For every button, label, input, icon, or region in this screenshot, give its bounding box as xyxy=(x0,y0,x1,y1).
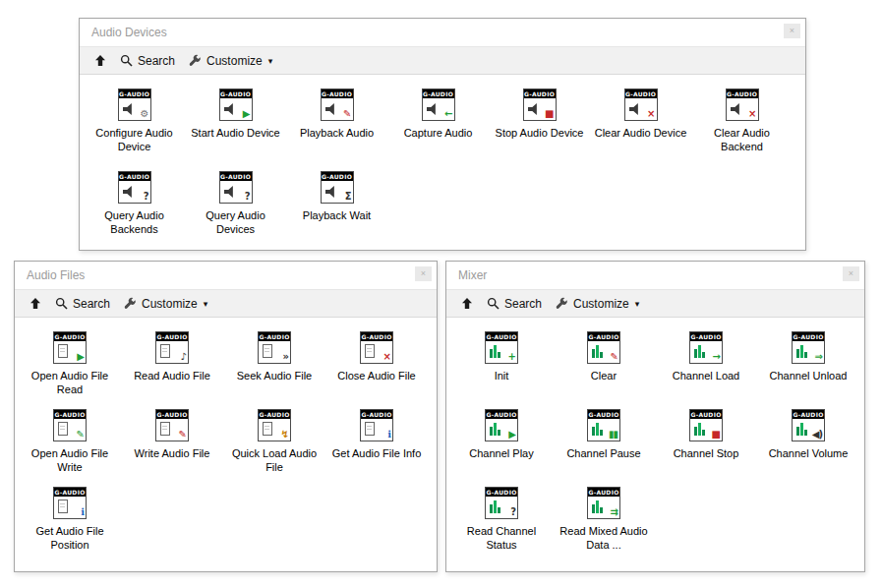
palette-item-label: Read Mixed Audio Data ... xyxy=(557,524,651,553)
toolbar: Search Customize ▾ xyxy=(80,46,805,75)
accent-glyph-icon: + xyxy=(508,352,515,362)
search-button[interactable]: Search xyxy=(113,51,182,71)
wrench-icon xyxy=(124,297,137,310)
palette-item[interactable]: G-AUDIO⇉Read Mixed Audio Data ... xyxy=(553,487,655,564)
accent-glyph-icon: × xyxy=(647,109,654,119)
g-audio-icon: G-AUDIO▮▮ xyxy=(587,409,620,441)
g-audio-icon: G-AUDIO⇒ xyxy=(792,331,825,364)
palette-item[interactable]: G-AUDIO▶Channel Play xyxy=(450,409,553,487)
g-audio-band-label: G-AUDIO xyxy=(156,332,188,341)
g-audio-icon: G-AUDIO→ xyxy=(689,331,723,364)
palette-item[interactable]: G-AUDIO×Clear Audio Device xyxy=(590,88,691,171)
palette-item[interactable]: G-AUDIO♪Read Audio File xyxy=(121,331,223,409)
g-audio-icon: G-AUDIO⚙ xyxy=(118,88,151,121)
customize-label: Customize xyxy=(573,297,629,311)
palette-item[interactable]: G-AUDIO◀)Channel Volume xyxy=(757,409,859,487)
g-audio-icon: G-AUDIO▶ xyxy=(485,409,518,441)
palette-item-label: Write Audio File xyxy=(135,446,210,460)
titlebar[interactable]: Mixer × xyxy=(446,262,864,289)
palette-item-label: Channel Pause xyxy=(566,446,640,460)
palette-item[interactable]: G-AUDIO▮▮Channel Pause xyxy=(553,409,655,487)
palette-item[interactable]: G-AUDIO✎Clear xyxy=(553,331,655,409)
g-audio-icon: G-AUDIO← xyxy=(422,88,455,121)
palette-item[interactable]: G-AUDIO?Query Audio Backends xyxy=(84,171,185,254)
g-audio-band-label: G-AUDIO xyxy=(588,410,619,419)
palette-item[interactable]: G-AUDIO?Read Channel Status xyxy=(450,487,553,564)
palette-item[interactable]: G-AUDIO✎Write Audio File xyxy=(121,409,223,487)
palette-item[interactable]: G-AUDIOℹGet Audio File Position xyxy=(19,487,121,564)
palette-item[interactable]: G-AUDIO×Clear Audio Backend xyxy=(691,88,793,171)
g-audio-icon: G-AUDIO▶ xyxy=(53,331,87,364)
search-button[interactable]: Search xyxy=(48,294,117,314)
palette-item[interactable]: G-AUDIO×Close Audio File xyxy=(325,331,428,409)
accent-glyph-icon: ▶ xyxy=(77,352,84,362)
accent-glyph-icon: ⇒ xyxy=(815,352,822,362)
palette-item[interactable]: G-AUDIO▶Start Audio Device xyxy=(185,88,286,171)
palette-item[interactable]: G-AUDIO←Capture Audio xyxy=(387,88,489,171)
g-audio-band-label: G-AUDIO xyxy=(119,89,150,98)
customize-label: Customize xyxy=(142,297,198,311)
g-audio-icon: G-AUDIO◀) xyxy=(792,409,825,441)
palette-item[interactable]: G-AUDIO↯Quick Load Audio File xyxy=(223,409,325,487)
palette-item[interactable]: G-AUDIO⇒Channel Unload xyxy=(757,331,859,409)
palette-item[interactable]: G-AUDIO?Query Audio Devices xyxy=(185,171,286,254)
speaker-base-icon xyxy=(427,103,439,115)
accent-glyph-icon: ■ xyxy=(545,109,553,119)
palette-item-label: Get Audio File Position xyxy=(23,524,117,553)
accent-glyph-icon: ↯ xyxy=(281,430,288,440)
palette-item[interactable]: G-AUDIO✎Playback Audio xyxy=(286,88,387,171)
customize-button[interactable]: Customize ▾ xyxy=(549,294,646,314)
palette-item[interactable]: G-AUDIO»Seek Audio File xyxy=(223,331,325,409)
palette-item[interactable]: G-AUDIO■Channel Stop xyxy=(655,409,757,487)
palette-item-label: Close Audio File xyxy=(337,369,416,382)
palette-item[interactable]: G-AUDIO⚙Configure Audio Device xyxy=(84,88,185,171)
up-arrow-icon xyxy=(94,54,106,67)
bars-base-icon xyxy=(592,345,604,358)
g-audio-band-label: G-AUDIO xyxy=(690,410,722,419)
g-audio-band-label: G-AUDIO xyxy=(727,89,758,98)
palette-item-label: Init xyxy=(495,369,509,382)
g-audio-icon: G-AUDIO■ xyxy=(523,88,557,121)
close-button[interactable]: × xyxy=(415,266,432,281)
up-one-level-button[interactable] xyxy=(23,294,48,313)
up-one-level-button[interactable] xyxy=(88,51,113,70)
close-button[interactable]: × xyxy=(843,266,859,281)
palette-item[interactable]: G-AUDIOΣPlayback Wait xyxy=(286,171,387,254)
g-audio-band-label: G-AUDIO xyxy=(486,488,517,497)
g-audio-band-label: G-AUDIO xyxy=(486,332,517,341)
window-mixer: Mixer × Search Customize ▾ G-AUDIO+InitG… xyxy=(445,261,865,572)
g-audio-band-label: G-AUDIO xyxy=(119,172,150,181)
g-audio-band-label: G-AUDIO xyxy=(793,332,824,341)
g-audio-icon: G-AUDIO↯ xyxy=(258,409,291,441)
palette-item[interactable]: G-AUDIO→Channel Load xyxy=(655,331,757,409)
g-audio-band-label: G-AUDIO xyxy=(322,89,353,98)
bars-base-icon xyxy=(490,423,501,436)
palette-item-label: Query Audio Backends xyxy=(88,208,182,237)
toolbar: Search Customize ▾ xyxy=(15,289,437,318)
customize-button[interactable]: Customize ▾ xyxy=(182,51,279,71)
palette-item[interactable]: G-AUDIO▶Open Audio File Read xyxy=(19,331,121,409)
speaker-base-icon xyxy=(325,103,337,115)
titlebar[interactable]: Audio Files × xyxy=(15,262,437,289)
g-audio-icon: G-AUDIO♪ xyxy=(155,331,189,364)
accent-glyph-icon: ✎ xyxy=(343,109,350,119)
g-audio-band-label: G-AUDIO xyxy=(259,332,290,341)
g-audio-band-label: G-AUDIO xyxy=(793,410,824,419)
bars-base-icon xyxy=(592,423,604,436)
close-button[interactable]: × xyxy=(784,24,800,38)
palette-item[interactable]: G-AUDIO■Stop Audio Device xyxy=(489,88,590,171)
search-button[interactable]: Search xyxy=(480,294,549,314)
up-one-level-button[interactable] xyxy=(454,294,480,313)
titlebar[interactable]: Audio Devices × xyxy=(80,19,805,46)
palette-item[interactable]: G-AUDIO+Init xyxy=(450,331,553,409)
accent-glyph-icon: ✎ xyxy=(179,430,186,440)
g-audio-icon: G-AUDIO▶ xyxy=(219,88,253,121)
accent-glyph-icon: ⇉ xyxy=(611,507,617,517)
palette-item[interactable]: G-AUDIO✎Open Audio File Write xyxy=(19,409,121,487)
g-audio-band-label: G-AUDIO xyxy=(156,410,188,419)
g-audio-band-label: G-AUDIO xyxy=(220,172,252,181)
up-arrow-icon xyxy=(29,297,41,310)
palette-item-label: Playback Wait xyxy=(303,208,371,222)
customize-button[interactable]: Customize ▾ xyxy=(117,294,214,314)
palette-item[interactable]: G-AUDIOℹGet Audio File Info xyxy=(325,409,428,487)
